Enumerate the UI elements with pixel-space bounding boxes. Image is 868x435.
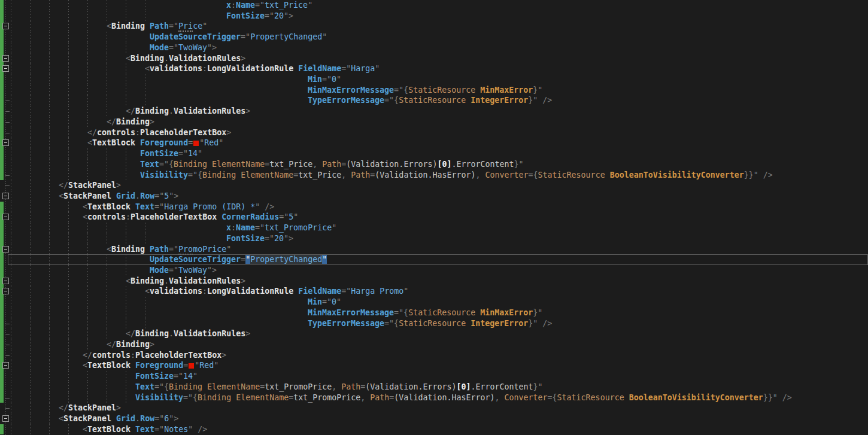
change-indicator [0, 117, 4, 127]
fold-collapse-button[interactable] [2, 65, 9, 72]
fold-collapse-button[interactable] [2, 193, 9, 199]
code-line[interactable]: </controls:PlaceholderTextBox> [0, 127, 868, 138]
indent-guide [49, 233, 50, 244]
code-line[interactable]: <Binding Path="Price" [0, 21, 868, 32]
code-line[interactable]: Min="0" [0, 297, 868, 308]
indent-guide [30, 53, 31, 64]
indent-guide [68, 117, 69, 127]
change-indicator [0, 371, 4, 382]
fold-collapse-button[interactable] [2, 288, 9, 294]
code-line[interactable]: TypeErrorMessage="{StaticResource Intege… [0, 318, 868, 329]
indent-guide [49, 286, 50, 297]
fold-collapse-button[interactable] [2, 246, 9, 253]
code-line[interactable]: FontSize="20"> [0, 233, 868, 244]
code-line[interactable]: Mode="TwoWay"> [0, 265, 868, 276]
code-line[interactable]: UpdateSourceTrigger="PropertyChanged" [0, 254, 868, 265]
code-line[interactable]: FontSize="20"> [0, 11, 868, 22]
indent-guide [30, 328, 31, 339]
code-line[interactable]: TypeErrorMessage="{StaticResource Intege… [0, 95, 868, 106]
highlighted-selection: PropertyChanged [250, 255, 322, 264]
code-line[interactable]: </Binding> [0, 339, 868, 350]
indent-guide [87, 308, 88, 318]
code-line[interactable]: Visibility="{Binding ElementName=txt_Pro… [0, 393, 868, 403]
fold-collapse-button[interactable] [2, 415, 9, 422]
code-line[interactable]: <StackPanel Grid.Row="5"> [0, 191, 868, 202]
code-line[interactable]: <StackPanel Grid.Row="6"> [0, 413, 868, 424]
code-line[interactable]: <validations:LongValidationRule FieldNam… [0, 63, 868, 74]
indent-guide [87, 382, 88, 393]
indent-guide [107, 276, 107, 287]
fold-collapse-button[interactable] [2, 139, 9, 146]
code-line[interactable]: x:Name="txt_PromoPrice" [0, 223, 868, 233]
code-area[interactable]: x:Name="txt_Price"FontSize="20"><Binding… [0, 0, 868, 434]
code-line[interactable]: <Binding.ValidationRules> [0, 276, 868, 287]
code-editor[interactable]: x:Name="txt_Price"FontSize="20"><Binding… [0, 0, 868, 435]
fold-collapse-button[interactable] [2, 214, 9, 220]
code-line[interactable]: Min="0" [0, 74, 868, 85]
code-line[interactable]: Text="{Binding ElementName=txt_Price, Pa… [0, 159, 868, 170]
indent-guide [107, 286, 107, 297]
code-line[interactable]: MinMaxErrorMessage="{StaticResource MinM… [0, 85, 868, 96]
indent-guide [49, 85, 50, 96]
code-line[interactable]: </Binding.ValidationRules> [0, 328, 868, 339]
code-line[interactable]: </StackPanel> [0, 403, 868, 413]
fold-collapse-button[interactable] [2, 362, 9, 369]
code-line[interactable]: <TextBlock Text="Notes" /> [0, 424, 868, 435]
change-indicator [0, 254, 4, 265]
indent-guide [30, 413, 31, 424]
code-line[interactable]: FontSize="14" [0, 148, 868, 159]
code-text: </StackPanel> [59, 403, 121, 412]
indent-guide [49, 127, 50, 138]
indent-guide [49, 308, 50, 318]
indent-guide [68, 297, 69, 308]
change-indicator [0, 350, 4, 361]
code-line[interactable]: FontSize="14" [0, 371, 868, 382]
indent-guide [49, 42, 50, 53]
indent-guide [68, 32, 69, 42]
code-text: </Binding> [107, 117, 154, 126]
indent-guide [11, 403, 11, 413]
code-line[interactable]: <controls:PlaceholderTextBox CornerRadiu… [0, 212, 868, 223]
code-line[interactable]: <TextBlock Foreground="Red" [0, 360, 868, 371]
code-line[interactable]: Visibility="{Binding ElementName=txt_Pri… [0, 170, 868, 181]
code-line[interactable]: <TextBlock Foreground="Red" [0, 138, 868, 148]
indent-guide [145, 0, 145, 11]
indent-guide [68, 106, 69, 117]
indent-guide [87, 74, 88, 85]
code-line[interactable]: <validations:LongValidationRule FieldNam… [0, 286, 868, 297]
fold-collapse-button[interactable] [2, 55, 9, 62]
code-line[interactable]: </StackPanel> [0, 180, 868, 191]
fold-collapse-button[interactable] [2, 278, 9, 284]
indent-guide [30, 265, 31, 276]
indent-guide [11, 42, 11, 53]
code-line[interactable]: <TextBlock Text="Harga Promo (IDR) *" /> [0, 202, 868, 212]
code-text: MinMaxErrorMessage="{StaticResource MinM… [308, 308, 542, 317]
indent-guide [30, 371, 31, 382]
code-line[interactable]: </Binding.ValidationRules> [0, 106, 868, 117]
code-line[interactable]: UpdateSourceTrigger="PropertyChanged" [0, 32, 868, 42]
indent-guide [30, 0, 31, 11]
code-line[interactable]: Mode="TwoWay"> [0, 42, 868, 53]
indent-guide [87, 223, 88, 233]
indent-guide [11, 265, 11, 276]
indent-guide [49, 32, 50, 42]
code-line[interactable]: </controls:PlaceholderTextBox> [0, 350, 868, 361]
code-line[interactable]: </Binding> [0, 117, 868, 127]
code-line[interactable]: <Binding.ValidationRules> [0, 53, 868, 64]
indent-guide [11, 202, 11, 212]
indent-guide [126, 11, 126, 22]
indent-guide [107, 382, 107, 393]
code-line[interactable]: <Binding Path="PromoPrice" [0, 244, 868, 255]
indent-guide [107, 297, 107, 308]
indent-guide [145, 223, 145, 233]
indent-guide [126, 159, 126, 170]
indent-guide [145, 74, 145, 85]
indent-guide [68, 138, 69, 148]
code-line[interactable]: MinMaxErrorMessage="{StaticResource MinM… [0, 308, 868, 318]
fold-end-tick [5, 122, 10, 123]
indent-guide [30, 350, 31, 361]
indent-guide [11, 159, 11, 170]
fold-collapse-button[interactable] [2, 23, 9, 29]
code-line[interactable]: x:Name="txt_Price" [0, 0, 868, 11]
code-line[interactable]: Text="{Binding ElementName=txt_PromoPric… [0, 382, 868, 393]
